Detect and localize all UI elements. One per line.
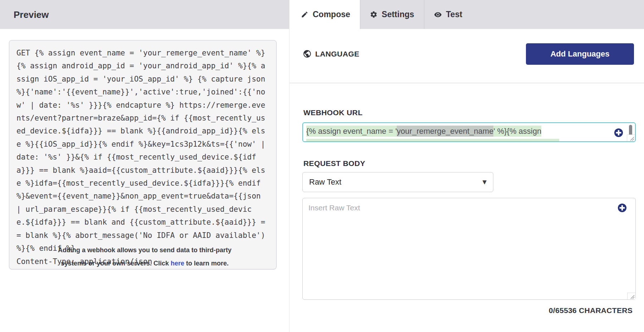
editor-tabbar: Compose Settings Test	[291, 0, 644, 29]
tab-test-label: Test	[446, 10, 463, 19]
webhook-url-input[interactable]: {% assign event_name = 'your_remerge_eve…	[302, 122, 636, 142]
learn-more-link[interactable]: here	[171, 260, 184, 267]
webhook-add-personalization-icon[interactable]	[614, 128, 623, 137]
section-divider	[289, 83, 644, 83]
description-line2-after: to learn more.	[184, 260, 229, 267]
chevron-down-icon: ▼	[482, 179, 487, 185]
description-line2-before: systems or your own servers. Click	[61, 260, 171, 267]
body-type-selected-value: Raw Text	[309, 177, 341, 187]
tab-settings[interactable]: Settings	[360, 0, 424, 29]
webhook-url-value: {% assign event_name = 'your_remerge_eve…	[306, 127, 541, 136]
webhook-value-post: ' %}{% assign	[493, 126, 541, 137]
resize-grip-icon	[627, 135, 635, 142]
webhook-description: Adding a webhook allows you to send data…	[0, 244, 289, 270]
character-counter: 0/65536 CHARACTERS	[549, 306, 633, 315]
webhook-resize-handle[interactable]	[627, 135, 635, 141]
tab-test[interactable]: Test	[424, 0, 472, 29]
language-label: LANGUAGE	[315, 50, 359, 58]
description-line1: Adding a webhook allows you to send data…	[58, 246, 231, 254]
webhook-value-selected: your_remerge_event_name	[397, 126, 493, 137]
eye-icon	[434, 11, 442, 19]
preview-code: GET {% assign event_name = 'your_remerge…	[9, 40, 277, 269]
raw-text-placeholder: Insert Raw Text	[308, 204, 360, 212]
webhook-url-label: WEBHOOK URL	[303, 108, 362, 117]
panel-divider	[289, 29, 289, 332]
webhook-url-wrapped-line	[306, 139, 559, 142]
add-languages-button[interactable]: Add Languages	[526, 43, 634, 65]
gear-icon	[370, 11, 377, 18]
request-body-label: REQUEST BODY	[303, 159, 365, 168]
tab-compose[interactable]: Compose	[291, 0, 360, 29]
rawtext-add-personalization-icon[interactable]	[618, 203, 627, 213]
resize-grip-icon	[628, 293, 636, 300]
raw-text-textarea[interactable]: Insert Raw Text	[302, 198, 636, 300]
tab-settings-label: Settings	[382, 10, 414, 19]
body-type-dropdown[interactable]: Raw Text ▼	[302, 172, 493, 192]
tab-compose-label: Compose	[313, 10, 350, 19]
preview-title: Preview	[14, 9, 49, 20]
webhook-value-pre: {% assign event_name = '	[306, 126, 397, 137]
language-row: LANGUAGE	[303, 49, 359, 58]
globe-icon	[303, 49, 312, 58]
pencil-icon	[301, 11, 308, 18]
rawtext-resize-handle[interactable]	[627, 293, 635, 299]
preview-header: Preview	[0, 0, 289, 29]
